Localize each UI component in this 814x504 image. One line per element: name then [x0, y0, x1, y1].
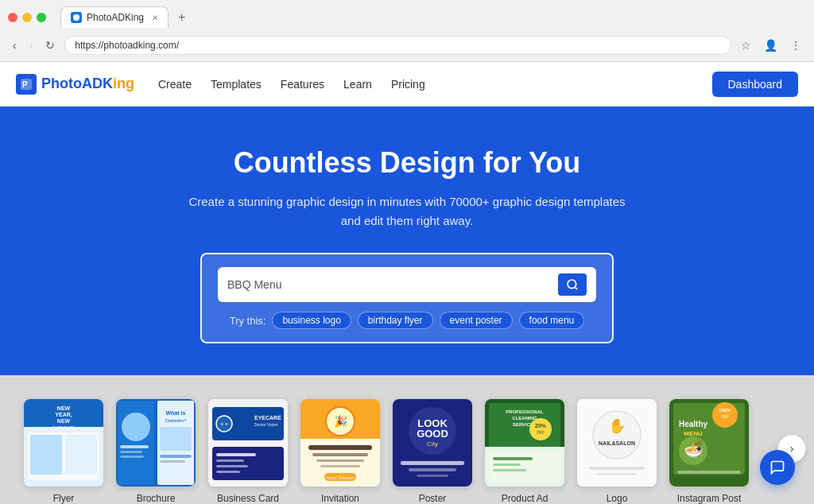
browser-tab-bar: PhotoADKing ✕ +: [52, 6, 200, 28]
profile-button[interactable]: 👤: [761, 36, 781, 55]
hero-section: Countless Design for You Create a stunni…: [0, 107, 814, 375]
minimize-dot[interactable]: [22, 13, 32, 22]
template-thumb-brochure: What is Diabetes?: [116, 399, 196, 487]
template-thumb-instagram: 150% OFF Healthy MENU 🍜: [669, 399, 749, 487]
new-tab-button[interactable]: +: [172, 7, 192, 28]
svg-text:🎉: 🎉: [334, 415, 348, 428]
navbar-right: Dashboard: [712, 72, 799, 97]
nav-pricing[interactable]: Pricing: [391, 78, 425, 91]
svg-text:EYECARE: EYECARE: [254, 415, 281, 421]
back-button[interactable]: ‹: [10, 36, 20, 55]
svg-rect-34: [216, 459, 244, 462]
svg-rect-44: [320, 465, 360, 467]
svg-text:✋: ✋: [608, 417, 626, 435]
list-item[interactable]: 🎉 Artist Season Invitation: [300, 399, 380, 504]
list-item[interactable]: LOOK GOOD City Poster: [393, 399, 472, 504]
svg-rect-53: [409, 468, 456, 471]
search-button[interactable]: [558, 273, 587, 296]
template-thumb-poster: LOOK GOOD City: [393, 399, 472, 487]
list-item[interactable]: ✋ NAIL&SALON Logo: [577, 399, 657, 504]
search-input[interactable]: [227, 278, 552, 291]
svg-rect-18: [120, 445, 149, 448]
svg-rect-24: [160, 455, 192, 458]
template-label-flyer: Flyer: [53, 493, 75, 504]
svg-rect-23: [160, 427, 192, 451]
svg-rect-35: [216, 465, 248, 467]
svg-rect-13: [65, 435, 97, 475]
svg-point-61: [529, 418, 552, 440]
browser-chrome: PhotoADKing ✕ + ‹ › ↻ https://photoadkin…: [0, 0, 814, 62]
svg-rect-83: [677, 471, 741, 474]
chat-icon: [769, 459, 785, 475]
svg-rect-20: [120, 456, 144, 458]
svg-rect-65: [493, 457, 533, 460]
refresh-button[interactable]: ↻: [42, 36, 58, 55]
svg-rect-32: [212, 447, 284, 480]
svg-point-0: [73, 14, 79, 21]
template-label-brochure: Brochure: [137, 493, 176, 504]
tab-close-btn[interactable]: ✕: [152, 14, 158, 22]
tab-favicon: [71, 12, 82, 23]
svg-rect-33: [216, 453, 256, 456]
template-thumb-flyer: NEW YEAR, NEW FURNITURE: [24, 399, 103, 487]
list-item[interactable]: What is Diabetes? Brochure: [116, 399, 196, 504]
svg-rect-67: [493, 469, 526, 471]
nav-features[interactable]: Features: [281, 78, 324, 91]
forward-button[interactable]: ›: [26, 36, 37, 55]
svg-text:NEW: NEW: [57, 405, 71, 411]
close-dot[interactable]: [8, 13, 17, 22]
hero-subtitle: Create a stunning graphic design in minu…: [184, 192, 630, 231]
logo-text: PhotoADKing: [41, 76, 134, 92]
chip-birthday-flyer[interactable]: birthday flyer: [358, 312, 433, 329]
chip-event-poster[interactable]: event poster: [440, 312, 513, 329]
svg-rect-19: [120, 451, 142, 453]
navbar: P PhotoADKing Create Templates Features …: [0, 62, 814, 107]
chat-button[interactable]: [760, 450, 795, 485]
svg-rect-54: [417, 475, 448, 477]
templates-scroll: NEW YEAR, NEW FURNITURE Flyer: [0, 391, 814, 504]
nav-templates[interactable]: Templates: [211, 78, 262, 91]
active-tab[interactable]: PhotoADKing ✕: [60, 6, 169, 28]
svg-text:P: P: [22, 80, 28, 89]
browser-titlebar: PhotoADKing ✕ +: [0, 0, 814, 33]
template-label-product: Product Ad: [502, 493, 548, 504]
svg-text:City: City: [427, 440, 438, 448]
svg-text:CLEANING: CLEANING: [512, 416, 537, 421]
nav-create[interactable]: Create: [158, 78, 192, 91]
list-item[interactable]: PROFESSIONAL CLEANING SERVICES 20% OFF P…: [485, 399, 564, 504]
address-bar[interactable]: https://photoadking.com/: [64, 36, 731, 55]
tab-title: PhotoADKing: [87, 12, 144, 23]
svg-point-3: [568, 280, 576, 289]
svg-rect-12: [30, 435, 62, 475]
svg-text:150%: 150%: [719, 408, 731, 413]
maximize-dot[interactable]: [37, 13, 46, 22]
browser-dots: [8, 13, 46, 22]
dashboard-button[interactable]: Dashboard: [712, 72, 799, 97]
svg-point-17: [122, 413, 150, 441]
svg-rect-72: [589, 467, 645, 470]
chip-food-menu[interactable]: food menu: [519, 312, 585, 329]
list-item[interactable]: NEW YEAR, NEW FURNITURE Flyer: [24, 399, 103, 504]
list-item[interactable]: 👓 EYECARE Doctor Vision Business Card: [208, 399, 288, 504]
templates-section: NEW YEAR, NEW FURNITURE Flyer: [0, 375, 814, 504]
nav-learn[interactable]: Learn: [343, 78, 372, 91]
svg-text:MENU: MENU: [684, 430, 703, 437]
search-input-row: [218, 267, 596, 302]
svg-text:20%: 20%: [535, 423, 547, 428]
svg-text:OFF: OFF: [721, 414, 729, 419]
menu-button[interactable]: ⋮: [787, 36, 804, 55]
template-label-bizcard: Business Card: [217, 493, 279, 504]
template-label-logo: Logo: [607, 493, 628, 504]
try-this-row: Try this: business logo birthday flyer e…: [218, 312, 596, 329]
logo[interactable]: P PhotoADKing: [16, 74, 134, 95]
bookmark-button[interactable]: ☆: [738, 36, 754, 55]
search-container: Try this: business logo birthday flyer e…: [200, 253, 614, 343]
svg-text:🍜: 🍜: [684, 440, 704, 459]
search-icon: [566, 278, 579, 291]
nav-links: Create Templates Features Learn Pricing: [158, 78, 425, 91]
svg-text:YEAR,: YEAR,: [55, 412, 72, 418]
list-item[interactable]: 150% OFF Healthy MENU 🍜 Instagram Post: [669, 399, 749, 504]
template-label-poster: Poster: [419, 493, 447, 504]
template-thumb-logo: ✋ NAIL&SALON: [577, 399, 657, 487]
chip-business-logo[interactable]: business logo: [272, 312, 351, 329]
